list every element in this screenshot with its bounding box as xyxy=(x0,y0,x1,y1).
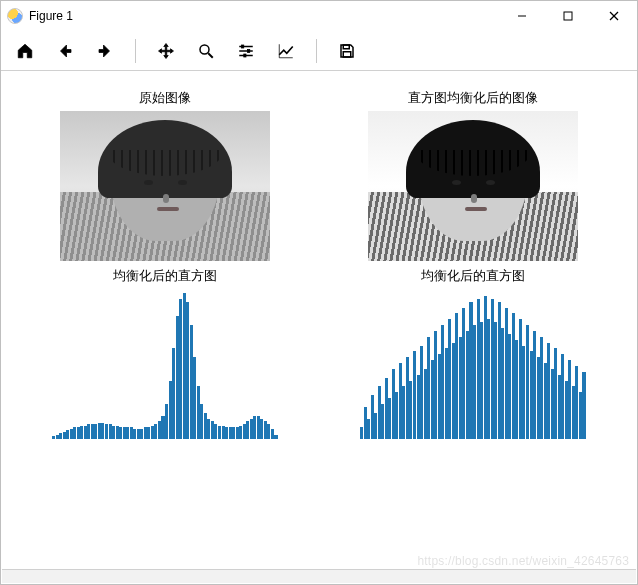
svg-rect-11 xyxy=(244,54,246,57)
pan-button[interactable] xyxy=(148,35,184,67)
arrow-right-icon xyxy=(96,42,114,60)
svg-rect-1 xyxy=(564,12,572,20)
toolbar-separator xyxy=(316,39,317,63)
histogram-right xyxy=(358,289,588,439)
svg-rect-9 xyxy=(248,49,250,52)
zoom-icon xyxy=(197,42,215,60)
figure-canvas[interactable]: 原始图像 直方图均衡化后的图像 均衡化后的直方图 均衡化后的直方图 xyxy=(1,71,637,449)
edit-button[interactable] xyxy=(268,35,304,67)
maximize-button[interactable] xyxy=(545,1,591,31)
minimize-icon xyxy=(517,11,527,21)
svg-point-4 xyxy=(200,45,209,54)
subplot-bottom-right: 均衡化后的直方图 xyxy=(358,267,588,439)
home-button[interactable] xyxy=(7,35,43,67)
equalized-image xyxy=(368,111,578,261)
toolbar-separator xyxy=(135,39,136,63)
mpl-toolbar xyxy=(1,31,637,71)
window-title: Figure 1 xyxy=(29,9,73,23)
back-button[interactable] xyxy=(47,35,83,67)
svg-rect-7 xyxy=(242,45,244,48)
move-icon xyxy=(157,42,175,60)
save-icon xyxy=(338,42,356,60)
minimize-button[interactable] xyxy=(499,1,545,31)
forward-button[interactable] xyxy=(87,35,123,67)
configure-button[interactable] xyxy=(228,35,264,67)
subplot-bottom-left: 均衡化后的直方图 xyxy=(50,267,280,439)
save-button[interactable] xyxy=(329,35,365,67)
subplot-title: 均衡化后的直方图 xyxy=(358,267,588,285)
original-image xyxy=(60,111,270,261)
histogram-left xyxy=(50,289,280,439)
watermark: https://blog.csdn.net/weixin_42645763 xyxy=(417,554,629,568)
histogram-bar xyxy=(582,372,585,439)
svg-line-5 xyxy=(208,53,213,58)
svg-rect-12 xyxy=(343,45,349,49)
svg-rect-13 xyxy=(343,51,351,56)
maximize-icon xyxy=(563,11,573,21)
subplot-top-left: 原始图像 xyxy=(60,89,270,261)
close-button[interactable] xyxy=(591,1,637,31)
subplot-top-right: 直方图均衡化后的图像 xyxy=(368,89,578,261)
subplot-title: 直方图均衡化后的图像 xyxy=(368,89,578,107)
sliders-icon xyxy=(237,42,255,60)
subplot-title: 均衡化后的直方图 xyxy=(50,267,280,285)
histogram-bar xyxy=(274,435,277,439)
close-icon xyxy=(609,11,619,21)
titlebar: Figure 1 xyxy=(1,1,637,31)
statusbar xyxy=(2,569,636,583)
app-icon xyxy=(7,8,23,24)
subplot-title: 原始图像 xyxy=(60,89,270,107)
chart-line-icon xyxy=(277,42,295,60)
home-icon xyxy=(16,42,34,60)
arrow-left-icon xyxy=(56,42,74,60)
zoom-button[interactable] xyxy=(188,35,224,67)
